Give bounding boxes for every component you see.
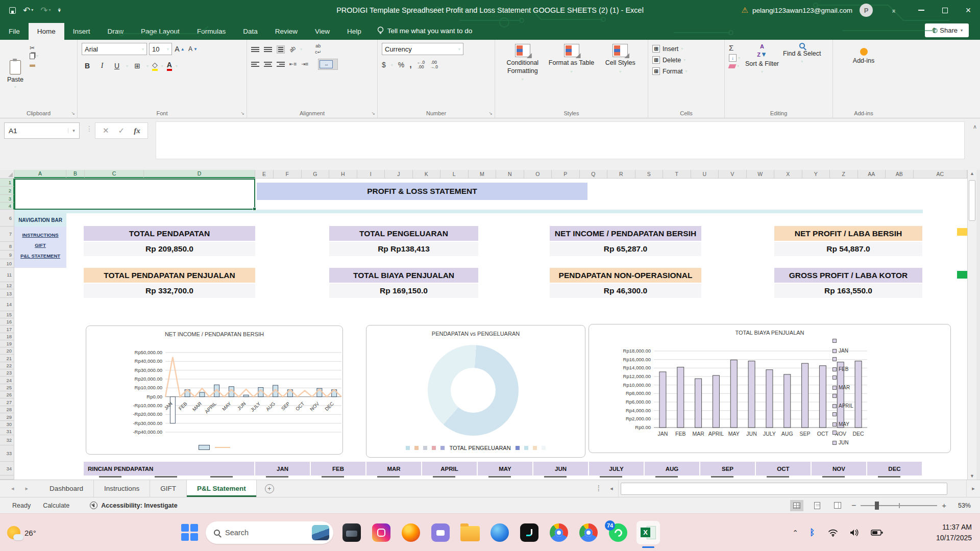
column-header-A[interactable]: A (14, 170, 66, 178)
comma-style-button[interactable]: , (409, 61, 411, 69)
sheet-tab[interactable]: Dashboard (39, 480, 94, 497)
column-header-T[interactable]: T (663, 170, 691, 178)
yellow-cell[interactable] (957, 228, 967, 236)
clear-button[interactable]: ▾ (729, 64, 740, 68)
column-header-E[interactable]: E (255, 170, 274, 178)
column-header-W[interactable]: W (747, 170, 775, 178)
row-header-4[interactable]: 4 (0, 203, 14, 210)
font-dialog-launcher[interactable]: ↘ (240, 111, 244, 116)
kpi-card[interactable]: TOTAL PENDAPATAN PENJUALAN Rp 332,700.0 (84, 268, 255, 298)
column-header-Y[interactable]: Y (802, 170, 830, 178)
fill-button[interactable]: ↓▾ (729, 54, 740, 62)
column-header-I[interactable]: I (357, 170, 385, 178)
sheet-title-banner[interactable]: PROFIT & LOSS STATEMENT (257, 183, 587, 200)
cancel-entry-button[interactable]: ✕ (103, 126, 109, 135)
row-header-26[interactable]: 26 (0, 391, 14, 398)
sheet-tab[interactable]: P&L Statement (187, 480, 257, 497)
volume-icon[interactable] (849, 529, 860, 537)
align-left-button[interactable] (251, 62, 259, 67)
ribbon-tab[interactable]: Help (338, 23, 370, 40)
increase-indent-button[interactable]: ⇥≡ (301, 62, 308, 67)
paste-button[interactable]: Paste▾ (4, 43, 27, 107)
column-header-K[interactable]: K (413, 170, 441, 178)
style-button[interactable]: Format as Table▾ (548, 44, 595, 82)
kpi-card[interactable]: NET INCOME / PENDAPATAN BERSIH Rp 65,287… (550, 226, 701, 256)
row-header-15[interactable]: 15 (0, 311, 14, 318)
ribbon-tab[interactable]: File (0, 23, 29, 40)
taskbar-app-tiktok[interactable] (518, 521, 541, 544)
column-header-G[interactable]: G (302, 170, 330, 178)
taskbar-app-whatsapp[interactable]: 74 (607, 521, 629, 544)
search-box[interactable]: Search (206, 521, 333, 544)
taskbar-app-purple[interactable] (429, 521, 452, 544)
chart-pendapatan-vs-pengeluaran[interactable]: PENDAPATAN vs PENGELUARAN TOTAL PENGELUA… (366, 325, 585, 458)
bold-button[interactable]: B (82, 60, 93, 72)
underline-button[interactable]: U (111, 60, 122, 72)
row-header-16[interactable]: 16 (0, 318, 14, 325)
tab-scroll-split[interactable]: ⁞ (598, 484, 600, 493)
accounting-format-button[interactable]: $ (382, 61, 386, 68)
zoom-level[interactable]: 53% (953, 502, 971, 509)
row-header-34[interactable]: 34 (0, 462, 14, 475)
column-header-J[interactable]: J (385, 170, 413, 178)
column-header-Z[interactable]: Z (830, 170, 858, 178)
find-select-button[interactable]: Find & Select▾ (783, 43, 821, 74)
select-all-corner[interactable] (0, 170, 14, 178)
bluetooth-icon[interactable]: ᛒ (810, 528, 817, 538)
row-header-12[interactable]: 12 (0, 282, 14, 289)
column-header-D[interactable]: D (144, 170, 255, 178)
ribbon-tab[interactable]: Review (266, 23, 306, 40)
normal-view-button[interactable] (790, 500, 803, 511)
row-header-22[interactable]: 22 (0, 362, 14, 369)
row-header-20[interactable]: 20 (0, 347, 14, 355)
selected-cell-A1[interactable] (14, 179, 255, 210)
new-sheet-button[interactable]: + (265, 484, 274, 493)
taskbar-app-chrome[interactable] (548, 521, 570, 544)
green-cell[interactable] (957, 271, 967, 279)
search-daily-image[interactable] (312, 525, 329, 540)
addins-button[interactable]: Add-ins (837, 47, 890, 65)
column-header-B[interactable]: B (66, 170, 85, 178)
font-size-select[interactable]: 10▾ (149, 43, 172, 55)
sheet-tab[interactable]: Instructions (94, 480, 150, 497)
cut-button[interactable]: ✂ (30, 45, 38, 51)
row-header-33[interactable]: 33 (0, 445, 14, 462)
alignment-dialog-launcher[interactable]: ↘ (371, 111, 375, 116)
number-format-select[interactable]: Currency▾ (382, 43, 463, 55)
zoom-out-button[interactable]: − (851, 501, 856, 510)
column-header-AB[interactable]: AB (886, 170, 914, 178)
row-header-32[interactable]: 32 (0, 435, 14, 445)
row-header-21[interactable]: 21 (0, 355, 14, 362)
sheet-nav-left[interactable]: ◂ (11, 485, 14, 492)
column-header-V[interactable]: V (719, 170, 747, 178)
font-color-button[interactable]: A (167, 61, 172, 71)
column-header-L[interactable]: L (440, 170, 469, 178)
ribbon-tab[interactable]: Insert (64, 23, 99, 40)
taskbar-app-chrome-2[interactable] (577, 521, 600, 544)
row-header-24[interactable]: 24 (0, 377, 14, 384)
style-button[interactable]: Conditional Formatting▾ (499, 44, 546, 82)
horizontal-scrollbar[interactable]: ◂ ▸ (605, 480, 980, 497)
account-email[interactable]: pelangi123awan123@gmail.com (752, 7, 852, 14)
taskbar-app-photos[interactable] (340, 521, 363, 544)
maximize-button[interactable] (933, 0, 957, 20)
orientation-button[interactable]: ab (288, 45, 297, 53)
ribbon-tab[interactable]: View (306, 23, 338, 40)
decrease-decimal-button[interactable]: .00→.0 (430, 60, 438, 70)
formula-input[interactable] (156, 121, 965, 159)
row-header-30[interactable]: 30 (0, 421, 14, 428)
kpi-card[interactable]: TOTAL PENDAPATAN Rp 209,850.0 (84, 226, 255, 256)
column-header-S[interactable]: S (635, 170, 664, 178)
taskbar-clock[interactable]: 11:37 AM 10/17/2025 (936, 514, 972, 551)
italic-button[interactable]: I (96, 60, 108, 72)
name-box[interactable]: A1 ▾ (4, 122, 80, 139)
sort-filter-button[interactable]: AZ▼ Sort & Filter▾ (745, 43, 779, 74)
sheet-nav-right[interactable]: ▸ (26, 485, 29, 492)
column-header-C[interactable]: C (85, 170, 144, 178)
copy-button[interactable]: ▾ (30, 53, 38, 59)
row-header-28[interactable]: 28 (0, 406, 14, 413)
minimize-button[interactable] (910, 0, 933, 20)
avatar[interactable]: P (860, 4, 873, 17)
shrink-font-button[interactable]: A▼ (187, 43, 199, 55)
page-break-view-button[interactable] (831, 500, 844, 511)
